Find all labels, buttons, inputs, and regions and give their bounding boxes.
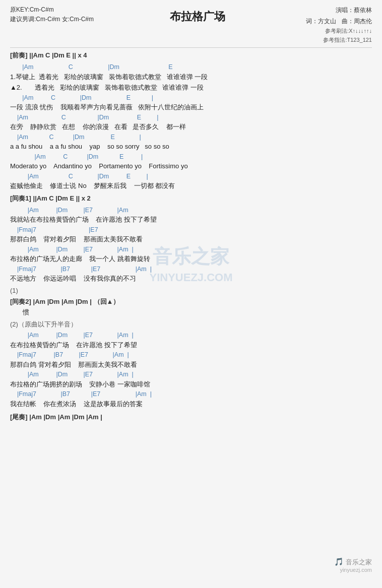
finger-method: 参考指法:T123_121 [301, 36, 372, 45]
prelude-section: [前奏] ||Am C |Dm E || x 4 [10, 51, 372, 60]
chorus2-chords4: |Fmaj7 |B7 |E7 |Am | [10, 390, 372, 399]
verse1-block: |Am C |Dm E 1.琴键上 透着光 彩绘的玻璃窗 装饰着歌德式教堂 谁谁… [10, 63, 372, 191]
song-title: 布拉格广场 [94, 5, 301, 24]
chorus1-block: |Am |Dm |E7 |Am 我就站在布拉格黄昏的广场 在许愿池 投下了希望 … [10, 206, 372, 284]
chorus1-chords2: |Fmaj7 |E7 [10, 226, 372, 235]
verse1-lyric4: 在旁 静静欣赏 在想 你的浪漫 在看 是否多久 都一样 [10, 122, 372, 132]
logo-icon: 🎵 [334, 557, 344, 566]
chorus1-chords1: |Am |Dm |E7 |Am [10, 206, 372, 215]
verse1-lyric1: 1.琴键上 透着光 彩绘的玻璃窗 装饰着歌德式教堂 谁谁谁弹 一段 [10, 72, 372, 82]
interlude2-label: [间奏2] |Am |Dm |Am |Dm | （回▲） [10, 297, 372, 306]
chorus2-chords2: |Fmaj7 |B7 |E7 |Am | [10, 351, 372, 360]
strumming-method: 参考刷法:X↑↓↓↓↑↑↓ [301, 27, 372, 36]
suggested-key: 建议男调:Cm-C#m 女:Cm-C#m [10, 15, 94, 24]
outro-label: [尾奏] |Am |Dm |Am |Dm |Am | [10, 413, 372, 422]
chorus2-block: |Am |Dm |E7 |Am | 在布拉格黄昏的广场 在许愿池 投下了希望 |… [10, 331, 372, 409]
verse1-chords5: |Am C |Dm E | [10, 153, 372, 162]
header-left: 原KEY:Cm-C#m 建议男调:Cm-C#m 女:Cm-C#m [10, 5, 94, 24]
chorus2-lyric2: 那群白鸽 背对着夕阳 那画面太美我不敢看 [10, 360, 372, 370]
note2: (2)（原曲以下升半音） [10, 320, 372, 329]
outro-section: [尾奏] |Am |Dm |Am |Dm |Am | [10, 413, 372, 422]
header-divider [10, 47, 372, 48]
chorus1-lyric3: 布拉格的广场无人的走廊 我一个人 跳着舞旋转 [10, 254, 372, 264]
verse1-chords1: |Am C |Dm E [10, 63, 372, 72]
interlude2-section: [间奏2] |Am |Dm |Am |Dm | （回▲） 惯 [10, 297, 372, 317]
chorus2-lyric4: 我在结帐 你在煮浓汤 这是故事最后的答案 [10, 399, 372, 409]
chorus2-lyric1: 在布拉格黄昏的广场 在许愿池 投下了希望 [10, 340, 372, 350]
lyricist: 词：方文山 [306, 18, 336, 25]
chorus1-chords4: |Fmaj7 |B7 |E7 |Am | [10, 265, 372, 274]
url-bottom: yinyuezj.com [334, 567, 372, 573]
original-key: 原KEY:Cm-C#m [10, 5, 94, 15]
note1: (1) [10, 287, 372, 294]
interlude2-lyric: 惯 [10, 307, 372, 317]
verse1-chords6: |Am C |Dm E | [10, 172, 372, 181]
page: 音乐之家 YINYUEZJ.COM 原KEY:Cm-C#m 建议男调:Cm-C#… [0, 0, 382, 588]
verse1-lyric6: Moderato yo Andantino yo Portamento yo F… [10, 161, 372, 171]
chorus1-lyric1: 我就站在布拉格黄昏的广场 在许愿池 投下了希望 [10, 215, 372, 225]
composer: 曲：周杰伦 [342, 18, 372, 25]
logo-text-label: 音乐之家 [346, 558, 372, 566]
chorus1-chords3: |Am |Dm |E7 |Am | [10, 245, 372, 254]
chorus2-chords3: |Am |Dm |E7 |Am | [10, 370, 372, 379]
chorus1-lyric4: 不远地方 你远远吟唱 没有我你真的不习 [10, 274, 372, 284]
singer: 演唱：蔡依林 [301, 5, 372, 16]
chorus1-lyric2: 那群白鸽 背对着夕阳 那画面太美我不敢看 [10, 234, 372, 244]
verse1-chords4: |Am C |Dm E | [10, 133, 372, 142]
bottom-watermark: 🎵 音乐之家 yinyuezj.com [334, 557, 372, 573]
verse1-lyric3: 一段 流浪 忧伤 我顺着琴声方向看见蔷薇 依附十八世纪的油画上 [10, 102, 372, 112]
header-right: 演唱：蔡依林 词：方文山 曲：周杰伦 参考刷法:X↑↓↓↓↑↑↓ 参考指法:T1… [301, 5, 372, 44]
header: 原KEY:Cm-C#m 建议男调:Cm-C#m 女:Cm-C#m 布拉格广场 演… [10, 5, 372, 44]
verse1-chords3: |Am C |Dm E | [10, 113, 372, 122]
interlude1-label: [间奏1] ||Am C |Dm E || x 2 [10, 194, 372, 203]
verse1-lyric5: a a fu shou a a fu shou yap so so sorry … [10, 142, 372, 152]
verse1-lyric2: ▲2. 透着光 彩绘的玻璃窗 装饰着歌德式教堂 谁谁谁弹 一段 [10, 83, 372, 93]
chorus2-lyric3: 布拉格的广场拥挤的剧场 安静小巷 一家咖啡馆 [10, 379, 372, 389]
chorus2-chords1: |Am |Dm |E7 |Am | [10, 331, 372, 340]
verse1-chords2: |Am C |Dm E | [10, 94, 372, 103]
interlude1-section: [间奏1] ||Am C |Dm E || x 2 [10, 194, 372, 203]
logo-bottom: 🎵 音乐之家 [334, 557, 372, 567]
verse1-lyric7: 盗贼他偷走 修道士说 No 梦醒来后我 一切都 都没有 [10, 181, 372, 191]
prelude-label: [前奏] ||Am C |Dm E || x 4 [10, 51, 372, 60]
